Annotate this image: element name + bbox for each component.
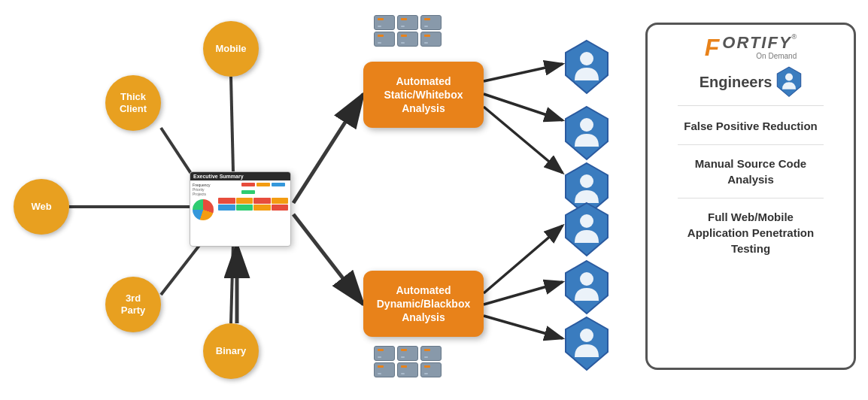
svg-line-15 (484, 316, 563, 338)
server-rect (420, 346, 442, 361)
server-rect (374, 346, 395, 361)
server-rect (420, 362, 442, 377)
fortify-on-demand: On Demand (722, 52, 797, 60)
fortify-logo-row: F ORTIFY ® On Demand (705, 34, 797, 60)
mobile-node: Mobile (203, 21, 259, 77)
service-manual-source: Manual Source Code Analysis (695, 151, 806, 192)
fortify-engineers-row: Engineers (700, 66, 803, 98)
thick-client-node: Thick Client (105, 75, 161, 131)
server-rect (397, 346, 418, 361)
svg-marker-24 (566, 261, 608, 314)
server-rect (397, 15, 418, 30)
server-rect (374, 32, 395, 47)
svg-marker-26 (566, 317, 608, 370)
server-unit-1 (374, 15, 395, 47)
server-unit-2 (397, 346, 418, 377)
svg-line-12 (484, 107, 563, 173)
dashboard-header: Executive Summary (190, 172, 290, 180)
svg-line-7 (293, 94, 363, 203)
dynamic-analysis-box: Automated Dynamic/Blackbox Analysis (363, 271, 484, 337)
server-unit-1 (374, 346, 395, 377)
server-stack-bottom (374, 346, 442, 377)
server-rect (420, 15, 442, 30)
dashboard-mockup: Executive Summary Frequency Priority Pro… (190, 171, 291, 247)
shield-figure-2 (564, 105, 609, 162)
svg-point-17 (580, 52, 593, 65)
svg-point-27 (580, 329, 593, 342)
fortify-brand: ORTIFY (722, 34, 791, 52)
static-analysis-box: Automated Static/Whitebox Analysis (363, 62, 484, 128)
web-node: Web (14, 179, 69, 235)
server-rect (397, 362, 418, 377)
divider-2 (678, 144, 824, 145)
server-unit-3 (420, 15, 442, 47)
engineers-label: Engineers (700, 74, 772, 91)
server-rect (374, 15, 395, 30)
svg-point-25 (580, 272, 593, 286)
svg-point-21 (580, 174, 593, 188)
shield-figure-5 (564, 259, 609, 316)
svg-point-29 (785, 74, 793, 81)
fortify-registered: ® (792, 34, 797, 41)
shield-figure-1 (564, 39, 609, 95)
binary-node: Binary (203, 323, 259, 379)
server-rect (374, 362, 395, 377)
svg-point-19 (580, 118, 593, 132)
svg-marker-28 (778, 67, 801, 96)
divider-3 (678, 198, 824, 198)
fortify-f-letter: F (705, 35, 720, 59)
svg-marker-16 (566, 41, 608, 93)
svg-line-14 (484, 282, 563, 305)
third-party-node: 3rd Party (105, 277, 161, 332)
fortify-panel: F ORTIFY ® On Demand Engineers False Pos… (645, 23, 856, 370)
svg-line-5 (161, 241, 203, 295)
engineer-shield-icon (776, 66, 802, 98)
server-stack-top (374, 15, 442, 47)
svg-line-13 (484, 226, 563, 293)
svg-point-23 (580, 214, 593, 228)
divider-1 (678, 105, 824, 106)
svg-marker-18 (566, 107, 608, 159)
svg-marker-22 (566, 203, 608, 256)
server-unit-3 (420, 346, 442, 377)
shield-figure-4 (564, 202, 609, 258)
shield-figure-6 (564, 316, 609, 372)
service-pen-testing: Full Web/Mobile Application Penetration … (687, 205, 814, 261)
diagram-container: Mobile Thick Client Web 3rd Party Binary… (0, 0, 868, 400)
server-rect (397, 32, 418, 47)
svg-line-10 (484, 64, 563, 81)
db-pie-chart (193, 199, 214, 220)
dashboard-body: Frequency Priority Projects (190, 180, 290, 224)
service-false-positive: False Positive Reduction (684, 114, 818, 138)
fortify-text: ORTIFY ® On Demand (722, 34, 797, 60)
db-heatmap (218, 198, 288, 211)
svg-line-11 (484, 94, 563, 120)
svg-line-6 (231, 243, 233, 323)
svg-line-2 (231, 77, 233, 171)
server-unit-2 (397, 15, 418, 47)
server-rect (420, 32, 442, 47)
svg-line-8 (293, 214, 363, 305)
